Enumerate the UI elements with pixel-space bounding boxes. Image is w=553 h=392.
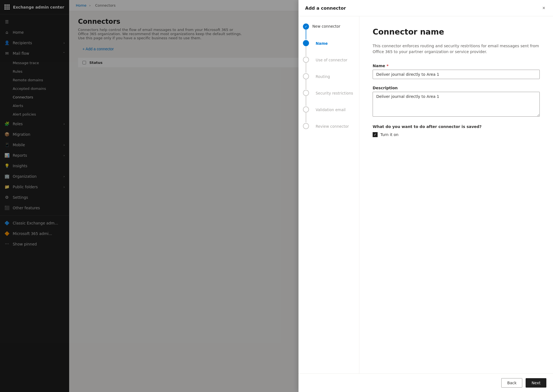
wizard-description: This connector enforces routing and secu… (373, 43, 540, 55)
checkmark-icon: ✓ (374, 133, 377, 137)
step-label-review-connector: Review connector (312, 123, 349, 136)
next-button[interactable]: Next (526, 378, 546, 388)
wizard-step-review-connector[interactable]: Review connector (303, 117, 355, 136)
step-circle-review-connector (303, 123, 309, 129)
modal-panel: Add a connector × ✓ New connector (298, 0, 553, 392)
description-textarea[interactable]: Deliver journal directly to Area 1 (373, 92, 540, 117)
after-save-label: What do you want to do after connector i… (373, 124, 540, 129)
wizard-steps: ✓ New connector Name (298, 16, 359, 373)
after-save-section: What do you want to do after connector i… (373, 124, 540, 137)
checkmark-icon: ✓ (305, 25, 307, 28)
name-form-group: Name * (373, 64, 540, 79)
description-label: Description (373, 86, 540, 90)
turn-it-on-label: Turn it on (380, 132, 398, 137)
modal-header: Add a connector × (298, 0, 553, 16)
back-button[interactable]: Back (501, 378, 522, 388)
description-form-group: Description Deliver journal directly to … (373, 86, 540, 118)
modal-footer: Back Next (298, 373, 553, 392)
modal-close-button[interactable]: × (541, 4, 546, 12)
wizard-main-content: Connector name This connector enforces r… (359, 16, 553, 373)
name-label: Name * (373, 64, 540, 68)
step-circle-routing (303, 73, 309, 79)
step-circle-name (303, 40, 309, 46)
modal-overlay: Add a connector × ✓ New connector (0, 0, 553, 392)
step-circle-security-restrictions (303, 90, 309, 96)
modal-title: Add a connector (305, 6, 346, 11)
turn-it-on-row: ✓ Turn it on (373, 132, 540, 137)
step-circle-validation-email (303, 106, 309, 113)
name-input[interactable] (373, 70, 540, 79)
step-circle-new-connector: ✓ (303, 23, 309, 30)
wizard-section-title: Connector name (373, 27, 540, 36)
turn-it-on-checkbox[interactable]: ✓ (373, 132, 378, 137)
modal-body: ✓ New connector Name (298, 16, 553, 373)
step-circle-use-of-connector (303, 57, 309, 63)
required-indicator: * (386, 64, 388, 68)
